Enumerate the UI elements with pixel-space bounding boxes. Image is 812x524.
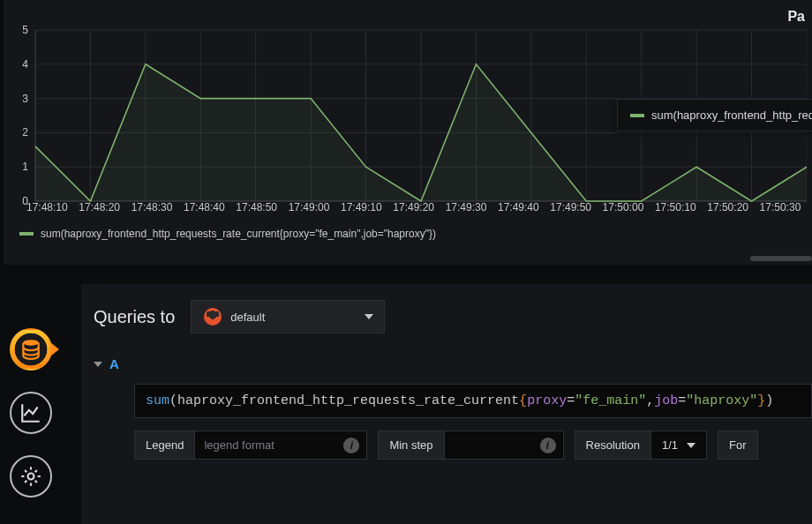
info-icon[interactable]: i [343,438,359,453]
queries-to-label: Queries to [94,307,175,327]
x-tick: 17:48:30 [132,201,184,213]
legend-scroll-thumb[interactable] [750,256,812,261]
resolution-select[interactable]: 1/1 [651,431,706,459]
resolution-value: 1/1 [662,438,678,452]
x-tick: 17:49:00 [289,201,341,213]
chart-icon [19,401,42,424]
graph-panel: Pa 012345 17:48:1017:48:2017:48:3017:48:… [4,0,812,265]
tab-visualization[interactable] [10,392,52,434]
svg-point-30 [28,474,34,480]
x-axis-ticks: 17:48:1017:48:2017:48:3017:48:4017:48:50… [26,201,812,213]
x-tick: 17:49:40 [498,201,550,213]
legend-text: sum(haproxy_frontend_http_requests_rate_… [41,228,436,240]
svg-text:2: 2 [22,126,28,138]
svg-text:1: 1 [22,161,28,173]
chart-tooltip: sum(haproxy_frontend_http_req [617,99,812,131]
chart-legend[interactable]: sum(haproxy_frontend_http_requests_rate_… [19,228,436,240]
legend-swatch [19,232,34,236]
x-tick: 17:50:20 [707,201,759,213]
query-options-row: Legend i Min step i Resolution 1/1 For [134,430,812,460]
x-tick: 17:48:50 [236,201,288,213]
prometheus-icon [204,308,222,326]
tab-general[interactable] [10,455,52,498]
query-ref-letter: A [109,356,119,371]
resolution-option: Resolution 1/1 [575,430,708,460]
x-tick: 17:49:30 [446,201,498,213]
resolution-label: Resolution [575,431,651,459]
svg-text:5: 5 [22,25,28,36]
legend-label: Legend [135,431,195,459]
database-icon [19,338,42,361]
panel-title: Pa [787,9,805,25]
tooltip-text: sum(haproxy_frontend_http_req [651,109,812,122]
editor-tabs-rail [0,328,62,498]
legend-input[interactable] [195,431,336,459]
x-tick: 17:48:20 [79,201,131,213]
x-tick: 17:50:00 [603,201,655,213]
tab-queries[interactable] [10,328,52,371]
tooltip-swatch [630,114,644,117]
minstep-option: Min step i [378,430,563,460]
query-row-toggle[interactable]: A [94,356,812,371]
x-tick: 17:49:20 [393,201,445,213]
x-tick: 17:49:10 [341,201,393,213]
x-tick: 17:48:10 [26,201,79,213]
format-option: For [718,430,758,460]
svg-text:3: 3 [22,93,28,105]
chevron-down-icon [365,314,373,319]
x-tick: 17:50:30 [760,201,812,213]
x-tick: 17:49:50 [550,201,602,213]
gear-icon [19,465,42,488]
chevron-down-icon [94,362,102,367]
minstep-label: Min step [379,431,444,459]
x-tick: 17:48:40 [184,201,236,213]
svg-point-29 [23,340,38,346]
query-editor-panel: Queries to default A sum(haproxy_fronten… [81,284,812,524]
format-label: For [718,431,757,459]
datasource-row: Queries to default [94,300,812,333]
legend-option: Legend i [134,430,367,460]
editor-region: Queries to default A sum(haproxy_fronten… [0,265,812,524]
datasource-picker[interactable]: default [191,300,385,333]
minstep-input[interactable] [445,431,533,459]
x-tick: 17:50:10 [655,201,707,213]
datasource-name: default [230,311,265,324]
svg-text:4: 4 [22,58,28,71]
query-expression-input[interactable]: sum(haproxy_frontend_http_requests_rate_… [134,384,812,418]
info-icon[interactable]: i [540,438,556,453]
chevron-down-icon [687,443,695,448]
